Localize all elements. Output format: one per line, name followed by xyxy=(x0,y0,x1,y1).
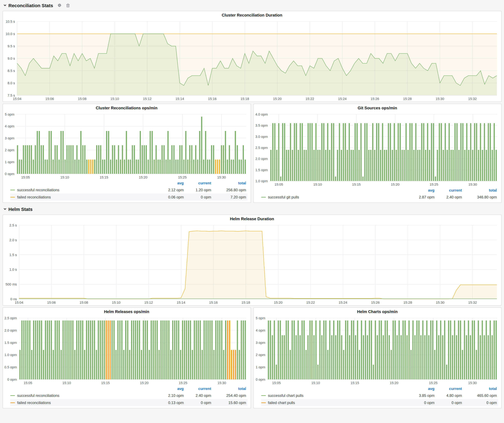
svg-text:1 opm: 1 opm xyxy=(5,160,14,164)
svg-text:3 opm: 3 opm xyxy=(5,136,14,140)
svg-text:2 opm: 2 opm xyxy=(5,148,14,152)
legend-total-value: 465.60 opm xyxy=(463,393,498,398)
svg-text:15:12: 15:12 xyxy=(143,97,151,101)
legend-series-label[interactable]: successful reconciliations xyxy=(17,393,59,398)
svg-text:15:25: 15:25 xyxy=(178,175,186,179)
svg-text:15:06: 15:06 xyxy=(47,301,56,305)
legend-series-label[interactable]: successful chart pulls xyxy=(268,393,303,398)
legend-row: successful chart pulls 3.85 opm 4.80 opm… xyxy=(261,392,498,399)
legend-col-avg[interactable]: avg xyxy=(406,387,436,391)
svg-text:1.5 opm: 1.5 opm xyxy=(255,168,268,172)
row-reconciliation-rates: Cluster Reconciliations ops/min 15:0515:… xyxy=(0,103,504,204)
section-title-helm-stats[interactable]: Helm Stats xyxy=(8,206,33,212)
svg-text:4.0 opm: 4.0 opm xyxy=(255,112,268,116)
legend-col-avg[interactable]: avg xyxy=(406,188,436,193)
chevron-down-icon[interactable] xyxy=(3,3,7,7)
legend-series-label[interactable]: failed reconciliations xyxy=(17,195,51,199)
legend-col-avg[interactable]: avg xyxy=(155,181,185,185)
svg-text:15:32: 15:32 xyxy=(468,301,477,305)
svg-text:15:20: 15:20 xyxy=(274,301,282,305)
legend-row: successful reconciliations 2.12 opm 1.20… xyxy=(10,186,247,194)
svg-text:7.5 s: 7.5 s xyxy=(7,94,15,97)
legend-current-value: 0 opm xyxy=(436,400,463,405)
svg-text:15:15: 15:15 xyxy=(350,381,359,385)
svg-text:15:25: 15:25 xyxy=(179,381,187,385)
panel-cluster-reconciliation-duration: Cluster Reconciliation Duration 15:0415:… xyxy=(2,11,502,102)
panel-title[interactable]: Helm Charts ops/min xyxy=(253,308,501,316)
panel-title[interactable]: Helm Releases ops/min xyxy=(3,308,251,316)
trash-icon[interactable] xyxy=(66,3,70,7)
chart-helm-charts-opm[interactable]: 15:0515:1015:1515:2015:2515:300 opm1 opm… xyxy=(253,316,501,386)
chart-git-sources-opm[interactable]: 15:0515:1015:1515:2015:2515:301.0 opm1.5… xyxy=(253,112,501,187)
panel-title[interactable]: Helm Release Duration xyxy=(3,215,501,223)
legend-col-avg[interactable]: avg xyxy=(155,387,185,391)
svg-text:15:10: 15:10 xyxy=(60,175,69,179)
chart-cluster-reconciliation-duration[interactable]: 15:0415:0615:0815:1015:1215:1415:1615:18… xyxy=(3,19,501,101)
svg-text:15:30: 15:30 xyxy=(217,175,226,179)
svg-text:15:10: 15:10 xyxy=(62,381,71,385)
legend-col-total[interactable]: total xyxy=(212,387,247,391)
legend-current-value: 2.40 opm xyxy=(185,393,212,398)
svg-text:15:05: 15:05 xyxy=(272,381,281,385)
svg-text:15:10: 15:10 xyxy=(110,97,119,101)
svg-text:15:15: 15:15 xyxy=(101,381,110,385)
svg-text:2.5 s: 2.5 s xyxy=(9,223,17,227)
legend-col-current[interactable]: current xyxy=(185,181,212,185)
svg-text:0 ns: 0 ns xyxy=(10,297,17,301)
legend-col-total[interactable]: total xyxy=(212,181,247,185)
svg-text:15:10: 15:10 xyxy=(311,381,320,385)
svg-text:5 opm: 5 opm xyxy=(5,112,14,116)
svg-text:1.0 opm: 1.0 opm xyxy=(5,353,17,357)
row-helm-duration: Helm Release Duration 15:0415:0615:0815:… xyxy=(0,214,504,306)
legend-header-row: avg current total xyxy=(10,180,247,186)
legend-row: failed chart pulls 0 opm 0 opm 0 opm xyxy=(261,399,498,406)
svg-text:9.0 s: 9.0 s xyxy=(7,57,15,60)
section-title-reconciliation-stats[interactable]: Reconciliation Stats xyxy=(8,3,53,8)
svg-text:15:25: 15:25 xyxy=(430,182,438,186)
svg-text:15:15: 15:15 xyxy=(100,175,108,179)
svg-text:2.0 opm: 2.0 opm xyxy=(5,329,17,332)
svg-text:15:26: 15:26 xyxy=(371,97,379,101)
chart-helm-releases-opm[interactable]: 15:0515:1015:1515:2015:2515:300 opm0.5 o… xyxy=(3,316,251,386)
legend-series-label[interactable]: successful reconciliations xyxy=(17,188,59,192)
legend-total-value: 346.80 opm xyxy=(463,195,498,199)
legend-col-current[interactable]: current xyxy=(436,188,463,193)
chart-cluster-reconciliations-opm[interactable]: 15:0515:1015:1515:2015:2515:300 opm1 opm… xyxy=(3,112,251,180)
legend-col-total[interactable]: total xyxy=(463,387,498,391)
row-helm-rates: Helm Releases ops/min 15:0515:1015:1515:… xyxy=(0,306,504,409)
svg-text:15:20: 15:20 xyxy=(390,381,398,385)
chevron-down-icon[interactable] xyxy=(3,207,7,211)
svg-text:1 opm: 1 opm xyxy=(256,365,265,369)
svg-text:8.0 s: 8.0 s xyxy=(7,81,15,85)
svg-text:15:30: 15:30 xyxy=(436,97,444,101)
grafana-dashboard: Reconciliation Stats Cluster Reconciliat… xyxy=(0,0,504,423)
legend-series-label[interactable]: successful git pulls xyxy=(268,195,299,199)
legend-series-label[interactable]: failed chart pulls xyxy=(268,400,295,405)
legend-avg-value: 2.87 opm xyxy=(406,195,436,199)
svg-text:3.5 opm: 3.5 opm xyxy=(255,123,268,127)
svg-text:15:22: 15:22 xyxy=(306,301,315,305)
legend-col-total[interactable]: total xyxy=(463,188,498,193)
legend-col-current[interactable]: current xyxy=(185,387,212,391)
chart-helm-release-duration[interactable]: 15:0415:0615:0815:1015:1215:1415:1615:18… xyxy=(3,223,501,305)
series-color-icon xyxy=(261,395,266,396)
legend-avg-value: 0 opm xyxy=(406,400,436,405)
svg-text:15:10: 15:10 xyxy=(313,182,322,186)
svg-text:3.0 opm: 3.0 opm xyxy=(255,135,268,139)
svg-text:5 opm: 5 opm xyxy=(256,316,265,320)
panel-title[interactable]: Git Sources ops/min xyxy=(253,104,501,112)
panel-title[interactable]: Cluster Reconciliation Duration xyxy=(3,11,501,19)
svg-text:15:24: 15:24 xyxy=(338,97,347,101)
legend-avg-value: 0.13 opm xyxy=(155,400,185,405)
svg-text:2.0 s: 2.0 s xyxy=(9,238,17,242)
legend-current-value: 4.80 opm xyxy=(436,393,463,398)
gear-icon[interactable] xyxy=(58,3,62,7)
legend: avg current total successful reconciliat… xyxy=(3,180,251,202)
series-color-icon xyxy=(10,197,15,197)
svg-text:4 opm: 4 opm xyxy=(256,329,265,332)
row-cluster-duration: Cluster Reconciliation Duration 15:0415:… xyxy=(0,10,504,103)
panel-title[interactable]: Cluster Reconciliations ops/min xyxy=(3,104,251,112)
legend-series-label[interactable]: failed reconciliations xyxy=(17,400,51,405)
legend-col-current[interactable]: current xyxy=(436,387,463,391)
legend-row: failed reconciliations 0.06 opm 0 opm 7.… xyxy=(10,194,247,201)
